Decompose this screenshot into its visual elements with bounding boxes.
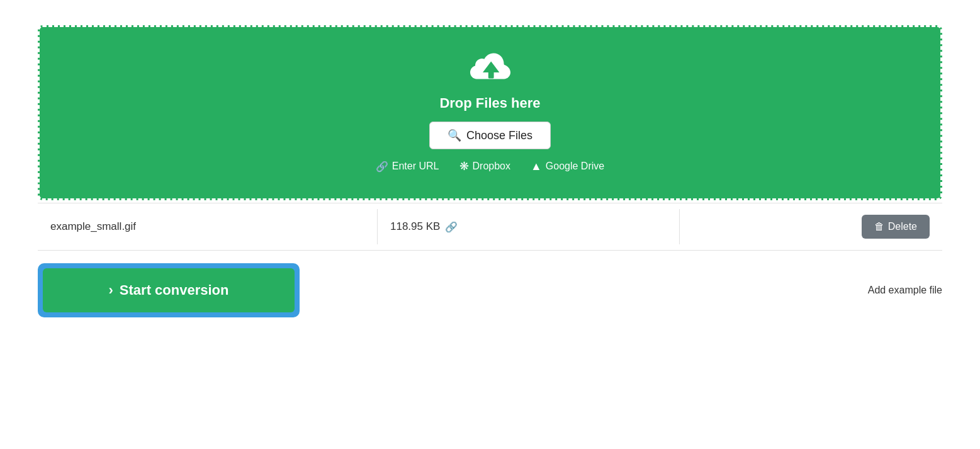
link-icon: 🔗 bbox=[376, 161, 388, 173]
delete-button[interactable]: 🗑 Delete bbox=[862, 215, 930, 239]
drop-zone[interactable]: Drop Files here 🔍 Choose Files 🔗 Enter U… bbox=[38, 25, 942, 200]
bottom-row: › Start conversion Add example file bbox=[38, 256, 942, 325]
file-size-cell: 118.95 KB 🔗 bbox=[378, 209, 680, 244]
dropbox-link[interactable]: ❋ Dropbox bbox=[459, 159, 510, 173]
start-conversion-wrapper: › Start conversion bbox=[38, 263, 300, 317]
external-links: 🔗 Enter URL ❋ Dropbox ▲ Google Drive bbox=[376, 159, 604, 173]
enter-url-link[interactable]: 🔗 Enter URL bbox=[376, 161, 439, 173]
file-name: example_small.gif bbox=[38, 209, 378, 244]
google-drive-link[interactable]: ▲ Google Drive bbox=[531, 160, 604, 173]
dropbox-icon: ❋ bbox=[459, 159, 469, 173]
search-icon: 🔍 bbox=[448, 128, 461, 142]
file-actions: 🗑 Delete bbox=[680, 203, 942, 250]
file-size: 118.95 KB bbox=[390, 220, 440, 233]
file-link-icon: 🔗 bbox=[445, 221, 458, 233]
choose-files-button[interactable]: 🔍 Choose Files bbox=[429, 122, 551, 149]
chevron-right-icon: › bbox=[109, 282, 113, 298]
trash-icon: 🗑 bbox=[874, 221, 884, 232]
google-drive-icon: ▲ bbox=[531, 160, 542, 173]
start-conversion-button[interactable]: › Start conversion bbox=[43, 268, 295, 312]
cloud-upload-icon-svg bbox=[465, 46, 515, 91]
add-example-file-link[interactable]: Add example file bbox=[868, 285, 942, 296]
drop-files-text: Drop Files here bbox=[439, 95, 540, 111]
file-row: example_small.gif 118.95 KB 🔗 🗑 Delete bbox=[38, 203, 942, 251]
